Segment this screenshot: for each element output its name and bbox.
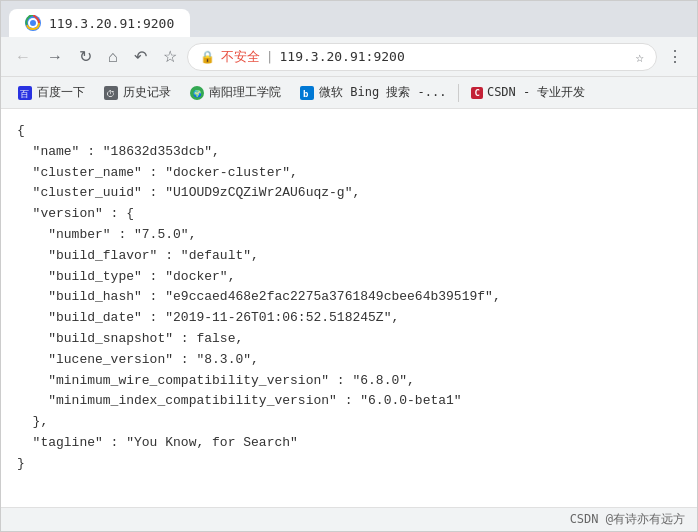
- bookmark-bing[interactable]: b 微软 Bing 搜索 -...: [291, 80, 454, 105]
- status-bar: CSDN @有诗亦有远方: [1, 507, 697, 531]
- bookmark-csdn[interactable]: C CSDN - 专业开发: [463, 80, 593, 105]
- active-tab[interactable]: 119.3.20.91:9200: [9, 9, 190, 37]
- browser-window: 119.3.20.91:9200 ← → ↻ ⌂ ↶ ☆ 🔒 不安全 | 119…: [0, 0, 698, 532]
- svg-text:百: 百: [20, 89, 29, 99]
- back-button[interactable]: ←: [9, 44, 37, 70]
- security-label: 不安全: [221, 48, 260, 66]
- bookmarks-bar: 百 百度一下 ⏱ 历史记录 🌍 南阳理工学院: [1, 77, 697, 109]
- bookmark-baidu-label: 百度一下: [37, 84, 85, 101]
- home-button[interactable]: ⌂: [102, 44, 124, 70]
- svg-text:b: b: [303, 89, 309, 99]
- bookmark-history[interactable]: ⏱ 历史记录: [95, 80, 179, 105]
- svg-point-2: [30, 20, 36, 26]
- tab-favicon: [25, 15, 41, 31]
- address-text[interactable]: 119.3.20.91:9200: [280, 49, 630, 64]
- address-bar[interactable]: 🔒 不安全 | 119.3.20.91:9200 ☆: [187, 43, 657, 71]
- tab-bar: 119.3.20.91:9200: [1, 1, 697, 37]
- address-star-icon[interactable]: ☆: [636, 49, 644, 65]
- bookmark-separator: [458, 84, 459, 102]
- bookmark-baidu[interactable]: 百 百度一下: [9, 80, 93, 105]
- bookmark-school[interactable]: 🌍 南阳理工学院: [181, 80, 289, 105]
- json-display: { "name" : "18632d353dcb", "cluster_name…: [17, 121, 681, 475]
- bookmark-csdn-label: CSDN - 专业开发: [487, 84, 586, 101]
- baidu-icon: 百: [17, 85, 33, 101]
- security-icon: 🔒: [200, 50, 215, 64]
- bookmark-history-label: 历史记录: [123, 84, 171, 101]
- bookmark-bing-label: 微软 Bing 搜索 -...: [319, 84, 446, 101]
- csdn-icon: C: [471, 87, 482, 99]
- nav-bar: ← → ↻ ⌂ ↶ ☆ 🔒 不安全 | 119.3.20.91:9200 ☆ ⋮: [1, 37, 697, 77]
- menu-button[interactable]: ⋮: [661, 43, 689, 70]
- svg-text:⏱: ⏱: [106, 89, 115, 99]
- tab-title: 119.3.20.91:9200: [49, 16, 174, 31]
- undo-button[interactable]: ↶: [128, 43, 153, 70]
- refresh-button[interactable]: ↻: [73, 43, 98, 70]
- svg-text:🌍: 🌍: [193, 89, 202, 98]
- bookmark-school-label: 南阳理工学院: [209, 84, 281, 101]
- footer-text: CSDN @有诗亦有远方: [570, 511, 685, 528]
- history-icon: ⏱: [103, 85, 119, 101]
- bing-icon: b: [299, 85, 315, 101]
- address-separator: |: [266, 49, 274, 64]
- content-area: { "name" : "18632d353dcb", "cluster_name…: [1, 109, 697, 507]
- star-button[interactable]: ☆: [157, 43, 183, 70]
- forward-button[interactable]: →: [41, 44, 69, 70]
- school-icon: 🌍: [189, 85, 205, 101]
